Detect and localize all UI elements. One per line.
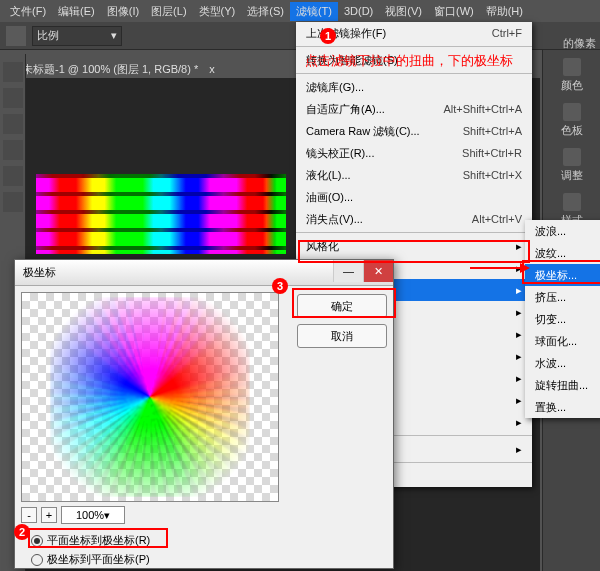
- tool-icon[interactable]: [3, 114, 23, 134]
- document-tab[interactable]: 未标题-1 @ 100% (图层 1, RGB/8) * x: [22, 62, 215, 77]
- panel-label: 调整: [561, 168, 583, 183]
- right-info: 的像素: [563, 36, 596, 51]
- submenu-item[interactable]: 球面化...: [525, 330, 600, 352]
- submenu-item[interactable]: 置换...: [525, 396, 600, 418]
- submenu-item[interactable]: 水波...: [525, 352, 600, 374]
- distort-submenu: 波浪... 波纹... 极坐标... 挤压... 切变... 球面化... 水波…: [525, 220, 600, 418]
- menu-item-stylize[interactable]: 风格化: [296, 235, 532, 257]
- menu-edit[interactable]: 编辑(E): [52, 2, 101, 21]
- menu-item[interactable]: Camera Raw 滤镜(C)...Shift+Ctrl+A: [296, 120, 532, 142]
- color-icon: [563, 58, 581, 76]
- annotation-number-2: 2: [14, 524, 30, 540]
- panel-adjust[interactable]: 调整: [547, 148, 596, 183]
- radio-rect-to-polar[interactable]: 平面坐标到极坐标(R): [31, 533, 150, 548]
- menu-item[interactable]: 油画(O)...: [296, 186, 532, 208]
- radio-polar-to-rect[interactable]: 极坐标到平面坐标(P): [31, 552, 150, 567]
- menu-image[interactable]: 图像(I): [101, 2, 145, 21]
- svg-marker-1: [520, 263, 530, 273]
- minimize-icon[interactable]: —: [333, 260, 363, 282]
- dialog-window-controls: — ✕: [333, 260, 393, 282]
- annotation-arrow: [470, 262, 530, 274]
- menu-item[interactable]: 自适应广角(A)...Alt+Shift+Ctrl+A: [296, 98, 532, 120]
- cancel-button[interactable]: 取消: [297, 324, 387, 348]
- chevron-down-icon: ▾: [111, 29, 117, 42]
- submenu-item-polar[interactable]: 极坐标...: [525, 264, 600, 286]
- menu-window[interactable]: 窗口(W): [428, 2, 480, 21]
- panel-label: 色板: [561, 123, 583, 138]
- radio-group: 平面坐标到极坐标(R) 极坐标到平面坐标(P): [31, 533, 150, 567]
- submenu-item[interactable]: 挤压...: [525, 286, 600, 308]
- preview-artwork: [50, 297, 250, 497]
- scale-label: 比例: [37, 28, 59, 43]
- submenu-item[interactable]: 波浪...: [525, 220, 600, 242]
- panel-swatches[interactable]: 色板: [547, 103, 596, 138]
- menu-filter[interactable]: 滤镜(T): [290, 2, 338, 21]
- submenu-item[interactable]: 旋转扭曲...: [525, 374, 600, 396]
- submenu-item[interactable]: 切变...: [525, 308, 600, 330]
- menu-item[interactable]: 滤镜库(G)...: [296, 76, 532, 98]
- menu-select[interactable]: 选择(S): [241, 2, 290, 21]
- annotation-text: 点击滤镜下拉中的扭曲，下的极坐标: [305, 52, 513, 70]
- zoom-in-button[interactable]: +: [41, 507, 57, 523]
- dialog-preview[interactable]: [21, 292, 279, 502]
- adjust-icon: [563, 148, 581, 166]
- zoom-value[interactable]: 100% ▾: [61, 506, 125, 524]
- tool-icon[interactable]: [3, 166, 23, 186]
- annotation-number-3: 3: [272, 278, 288, 294]
- tool-icon[interactable]: [3, 140, 23, 160]
- swatches-icon: [563, 103, 581, 121]
- menu-file[interactable]: 文件(F): [4, 2, 52, 21]
- menu-item[interactable]: 液化(L)...Shift+Ctrl+X: [296, 164, 532, 186]
- menu-bar: 文件(F) 编辑(E) 图像(I) 图层(L) 类型(Y) 选择(S) 滤镜(T…: [0, 0, 600, 22]
- zoom-out-button[interactable]: -: [21, 507, 37, 523]
- annotation-number-1: 1: [320, 28, 336, 44]
- menu-help[interactable]: 帮助(H): [480, 2, 529, 21]
- tool-icon[interactable]: [3, 88, 23, 108]
- submenu-item[interactable]: 波纹...: [525, 242, 600, 264]
- document-tab-label: 未标题-1 @ 100% (图层 1, RGB/8) *: [22, 63, 198, 75]
- scale-dropdown[interactable]: 比例 ▾: [32, 26, 122, 46]
- ok-button[interactable]: 确定: [297, 294, 387, 318]
- radio-icon: [31, 554, 43, 566]
- close-icon[interactable]: ✕: [363, 260, 393, 282]
- menu-3d[interactable]: 3D(D): [338, 3, 379, 19]
- menu-item[interactable]: 镜头校正(R)...Shift+Ctrl+R: [296, 142, 532, 164]
- polar-dialog: 极坐标 — ✕ - + 100% ▾ 确定 取消 平面坐标到极坐标(R) 极坐标…: [14, 259, 394, 569]
- menu-layer[interactable]: 图层(L): [145, 2, 192, 21]
- panel-color[interactable]: 颜色: [547, 58, 596, 93]
- tool-preset-icon[interactable]: [6, 26, 26, 46]
- tool-icon[interactable]: [3, 62, 23, 82]
- styles-icon: [563, 193, 581, 211]
- menu-item[interactable]: 消失点(V)...Alt+Ctrl+V: [296, 208, 532, 230]
- artwork-preview: [36, 174, 286, 254]
- panel-label: 颜色: [561, 78, 583, 93]
- dialog-title: 极坐标: [23, 265, 56, 280]
- radio-icon: [31, 535, 43, 547]
- menu-type[interactable]: 类型(Y): [193, 2, 242, 21]
- menu-view[interactable]: 视图(V): [379, 2, 428, 21]
- close-icon[interactable]: x: [209, 63, 215, 75]
- zoom-controls: - + 100% ▾: [21, 506, 125, 524]
- tool-icon[interactable]: [3, 192, 23, 212]
